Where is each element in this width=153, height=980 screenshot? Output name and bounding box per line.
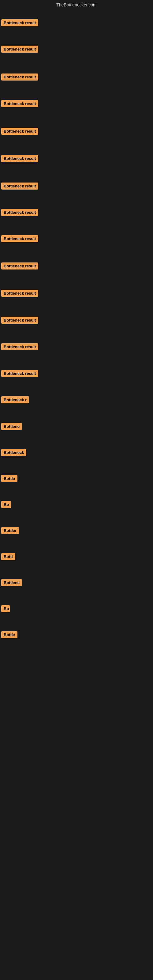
result-row: Bo bbox=[0, 603, 11, 615]
bottleneck-badge-5[interactable]: Bottleneck result bbox=[1, 128, 38, 135]
bottleneck-badge-17[interactable]: Bottleneck bbox=[1, 449, 26, 456]
result-row: Bottle bbox=[0, 629, 19, 641]
bottleneck-badge-8[interactable]: Bottleneck result bbox=[1, 209, 38, 216]
bottleneck-badge-22[interactable]: Bottlene bbox=[1, 579, 22, 586]
bottleneck-badge-13[interactable]: Bottleneck result bbox=[1, 343, 38, 350]
result-row: Bo bbox=[0, 499, 12, 511]
bottleneck-badge-14[interactable]: Bottleneck result bbox=[1, 370, 38, 377]
bottleneck-badge-18[interactable]: Bottle bbox=[1, 475, 18, 482]
result-row: Bottleneck result bbox=[0, 153, 40, 165]
result-row: Bottleneck result bbox=[0, 233, 40, 245]
result-row: Bottleneck result bbox=[0, 342, 40, 353]
result-row: Bottleneck r bbox=[0, 395, 30, 406]
bottleneck-badge-4[interactable]: Bottleneck result bbox=[1, 100, 38, 107]
result-row: Bottleneck result bbox=[0, 98, 40, 110]
bottleneck-badge-7[interactable]: Bottleneck result bbox=[1, 183, 38, 189]
result-row: Bottleneck result bbox=[0, 261, 40, 272]
bottleneck-badge-3[interactable]: Bottleneck result bbox=[1, 73, 38, 81]
bottleneck-badge-24[interactable]: Bottle bbox=[1, 631, 18, 638]
result-row: Bottlene bbox=[0, 577, 23, 589]
result-row: Bottleneck result bbox=[0, 18, 40, 29]
bottleneck-badge-12[interactable]: Bottleneck result bbox=[1, 317, 38, 324]
result-row: Bottleneck result bbox=[0, 315, 40, 327]
bottleneck-badge-6[interactable]: Bottleneck result bbox=[1, 155, 38, 162]
bottleneck-badge-20[interactable]: Bottler bbox=[1, 527, 19, 534]
bottleneck-badge-11[interactable]: Bottleneck result bbox=[1, 290, 38, 297]
result-row: Bottleneck result bbox=[0, 72, 40, 84]
result-row: Bottleneck result bbox=[0, 181, 40, 192]
bottleneck-badge-2[interactable]: Bottleneck result bbox=[1, 46, 38, 52]
bottleneck-badge-23[interactable]: Bo bbox=[1, 605, 10, 612]
result-row: Bottleneck bbox=[0, 447, 27, 459]
bottleneck-badge-9[interactable]: Bottleneck result bbox=[1, 235, 38, 242]
result-row: Bottleneck result bbox=[0, 368, 40, 380]
bottleneck-badge-19[interactable]: Bo bbox=[1, 501, 11, 508]
bottleneck-badge-16[interactable]: Bottlene bbox=[1, 423, 22, 430]
result-row: Bottler bbox=[0, 525, 20, 537]
result-row: Bottleneck result bbox=[0, 288, 40, 300]
bottleneck-badge-10[interactable]: Bottleneck result bbox=[1, 262, 38, 269]
bottleneck-badge-1[interactable]: Bottleneck result bbox=[1, 19, 38, 26]
bottleneck-badge-15[interactable]: Bottleneck r bbox=[1, 396, 29, 403]
result-row: Bottleneck result bbox=[0, 126, 40, 138]
result-row: Bottle bbox=[0, 473, 19, 485]
result-row: Bottleneck result bbox=[0, 207, 40, 219]
result-row: Bottleneck result bbox=[0, 44, 40, 56]
site-title: TheBottlenecker.com bbox=[0, 0, 153, 9]
result-row: Bottl bbox=[0, 551, 16, 563]
result-row: Bottlene bbox=[0, 421, 23, 433]
bottleneck-badge-21[interactable]: Bottl bbox=[1, 553, 15, 560]
